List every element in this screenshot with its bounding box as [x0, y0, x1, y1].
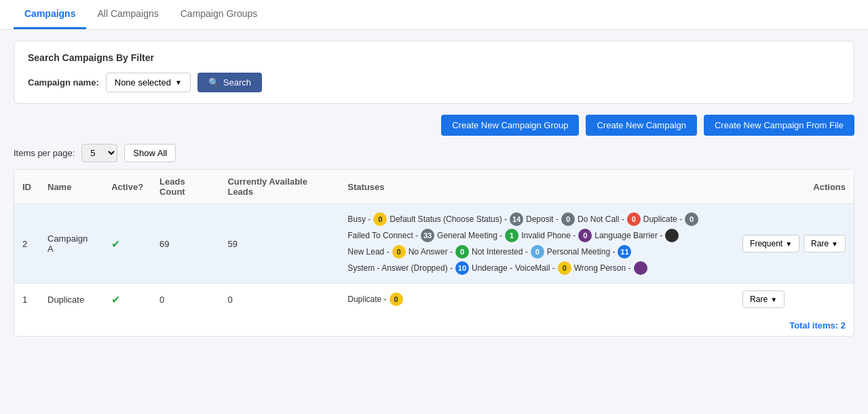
cell-name: Campaign A [39, 204, 103, 284]
cell-available-leads: 59 [219, 204, 339, 284]
col-actions: Actions [734, 170, 854, 204]
cell-leads-count: 0 [151, 284, 219, 316]
search-panel: Search Campaigns By Filter Campaign name… [14, 41, 854, 104]
items-per-page-label: Items per page: [14, 148, 75, 158]
tab-all-campaigns[interactable]: All Campaigns [86, 0, 169, 29]
cell-statuses: Duplicate - 0 [339, 284, 734, 316]
col-id: ID [14, 170, 39, 204]
create-campaign-from-file-button[interactable]: Create New Campaign From File [704, 115, 854, 136]
items-per-page-select[interactable]: 5 10 25 [81, 144, 117, 162]
create-campaign-group-button[interactable]: Create New Campaign Group [441, 115, 579, 136]
table-wrapper: ID Name Active? Leads Count Currently Av… [14, 169, 854, 337]
cell-actions: Frequent ▼ Rare ▼ [734, 204, 854, 284]
total-items: Total items: 2 [14, 315, 854, 336]
frequent-caret-icon: ▼ [785, 240, 792, 248]
main-content: Search Campaigns By Filter Campaign name… [0, 30, 868, 347]
tab-campaign-groups[interactable]: Campaign Groups [170, 0, 269, 29]
show-all-button[interactable]: Show All [124, 144, 176, 162]
top-nav: Campaigns All Campaigns Campaign Groups [0, 0, 868, 30]
frequent-button[interactable]: Frequent ▼ [742, 235, 799, 252]
create-campaign-button[interactable]: Create New Campaign [586, 115, 697, 136]
table-row: 1 Duplicate ✔ 0 0 Duplicate - 0 Rare [14, 284, 854, 316]
cell-available-leads: 0 [219, 284, 339, 316]
search-panel-title: Search Campaigns By Filter [28, 52, 840, 63]
tab-campaigns[interactable]: Campaigns [14, 0, 86, 29]
search-icon: 🔍 [208, 77, 219, 88]
active-icon: ✔ [111, 294, 120, 305]
table-controls: Items per page: 5 10 25 Show All [14, 144, 854, 162]
rare-button-row2[interactable]: Rare ▼ [742, 290, 785, 308]
dropdown-caret-icon: ▼ [175, 79, 182, 86]
search-button[interactable]: 🔍 Search [197, 73, 262, 92]
cell-statuses: Busy - 0 Default Status (Choose Status) … [339, 204, 734, 284]
dropdown-value: None selected [115, 77, 171, 88]
active-icon: ✔ [111, 238, 120, 250]
campaigns-table: ID Name Active? Leads Count Currently Av… [14, 170, 854, 315]
cell-actions: Rare ▼ [734, 284, 854, 316]
cell-id: 2 [14, 204, 39, 284]
rare-button[interactable]: Rare ▼ [804, 235, 846, 252]
actions-row: Create New Campaign Group Create New Cam… [14, 115, 854, 136]
cell-name: Duplicate [39, 284, 103, 316]
rare-caret-icon: ▼ [770, 296, 777, 303]
col-name: Name [39, 170, 103, 204]
campaign-name-dropdown[interactable]: None selected ▼ [106, 73, 191, 92]
rare-caret-icon: ▼ [831, 240, 838, 248]
cell-id: 1 [14, 284, 39, 316]
col-available-leads: Currently Available Leads [219, 170, 339, 204]
col-leads-count: Leads Count [151, 170, 219, 204]
table-header-row: ID Name Active? Leads Count Currently Av… [14, 170, 854, 204]
cell-active: ✔ [103, 204, 151, 284]
cell-leads-count: 69 [151, 204, 219, 284]
col-statuses: Statuses [339, 170, 734, 204]
campaign-name-label: Campaign name: [28, 77, 99, 88]
table-row: 2 Campaign A ✔ 69 59 Busy - 0 Default St… [14, 204, 854, 284]
cell-active: ✔ [103, 284, 151, 316]
col-active: Active? [103, 170, 151, 204]
